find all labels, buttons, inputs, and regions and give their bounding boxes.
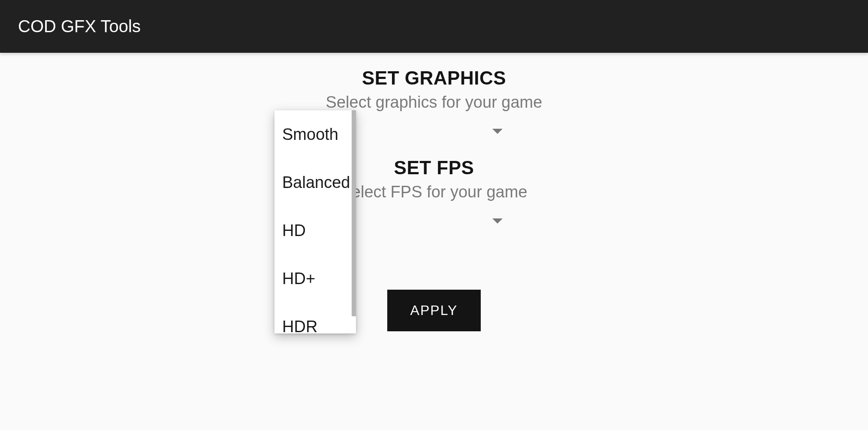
graphics-spinner[interactable] (348, 123, 520, 140)
app-title: COD GFX Tools (18, 17, 141, 36)
fps-section-title: SET FPS (394, 157, 474, 179)
main-content: SET GRAPHICS Select graphics for your ga… (0, 53, 868, 331)
apply-button[interactable]: APPLY (387, 290, 481, 331)
dropdown-option-hd[interactable]: HD (274, 206, 356, 254)
dropdown-option-smooth[interactable]: Smooth (274, 110, 356, 158)
graphics-section-subtitle: Select graphics for your game (326, 93, 542, 112)
dropdown-option-balanced[interactable]: Balanced (274, 158, 356, 206)
fps-spinner[interactable] (348, 212, 520, 230)
dropdown-scrollbar[interactable] (352, 110, 356, 316)
dropdown-caret-icon (492, 218, 503, 224)
dropdown-option-hdr[interactable]: HDR (274, 303, 356, 333)
app-header: COD GFX Tools (0, 0, 868, 53)
fps-section: SET FPS Select FPS for your game APPLY (341, 157, 527, 331)
dropdown-option-hdplus[interactable]: HD+ (274, 254, 356, 303)
graphics-section-title: SET GRAPHICS (362, 67, 506, 89)
dropdown-caret-icon (492, 129, 503, 134)
fps-section-subtitle: Select FPS for your game (341, 183, 527, 201)
graphics-dropdown-menu: Smooth Balanced HD HD+ HDR (274, 110, 356, 333)
